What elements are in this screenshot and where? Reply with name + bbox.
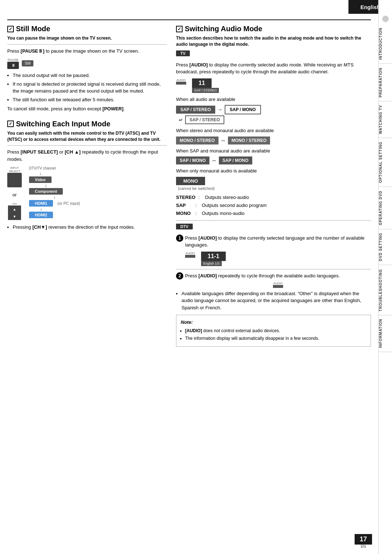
step1-audio-wrapper: AUDIO <box>185 252 195 258</box>
ch-down-button[interactable]: ▼ <box>8 213 21 220</box>
switching-input-checkbox-icon: ✓ <box>7 121 14 127</box>
step1-row: 1 Press [AUDIO] to display the currently… <box>176 235 371 249</box>
dtv-divider <box>176 220 371 221</box>
switching-input-divider <box>7 145 167 146</box>
mono-def: MONO : Outputs mono-audio <box>176 209 371 217</box>
stereo-label: STEREO <box>176 194 195 201</box>
arrow-to-hdmi1: ↓ <box>53 195 56 200</box>
video-box: Video <box>29 176 52 183</box>
ch-up-button[interactable]: ▲ <box>8 205 21 213</box>
step1-display-wrapper: 11-1 English 1/3 <box>201 252 226 266</box>
input-select-bold: [INPUT SELECT] <box>21 149 58 155</box>
sidebar-optional-setting: OPTIONAL SETTING <box>379 138 392 187</box>
audio-button-wrapper: AUDIO <box>176 78 186 85</box>
arrow-to-hdmi2: ↓ <box>40 207 42 212</box>
step1-display-sub: English 1/3 <box>201 261 222 266</box>
note-audio-bold: [AUDIO] <box>185 328 202 333</box>
flow-video: ↓ Video <box>29 171 52 183</box>
left-column: ✓ Still Mode You can pause the image sho… <box>7 25 167 347</box>
pc-note: (or PC input) <box>57 201 80 205</box>
sap-stereo-row: SAP / STEREO → SAP / MONO <box>176 105 371 114</box>
component-box: Component <box>29 188 63 195</box>
sap-mono-dark-btn2: SAP / MONO <box>219 156 252 164</box>
right-sidebar: INTRODUCTION PREPARATION WATCHING TV OPT… <box>378 0 392 554</box>
step2-audio-bold: [AUDIO] <box>199 273 217 278</box>
bullet-2: If no signal is detected or protected si… <box>13 81 167 95</box>
flow-component: ↓ Component <box>29 183 63 195</box>
sidebar-operating-dvd: OPERATING DVD <box>379 187 392 229</box>
arrow-lr-1: ↔ <box>221 138 226 143</box>
input-diagram: INPUTSELECT or CH ▲ ▼ DTV/TV channel <box>7 166 167 220</box>
sap-colon: : <box>195 201 199 209</box>
step2-bullets: Available languages differ depending on … <box>181 290 371 311</box>
sap-stereo-dark-btn: SAP / STEREO <box>176 106 215 114</box>
sap-def: SAP : Outputs second audio program <box>176 201 371 209</box>
ch-up-bold: [CH ▲] <box>65 149 81 155</box>
sidebar-circle <box>382 16 389 22</box>
sap-stereo-back-row: ↵ SAP / STEREO <box>179 115 371 124</box>
still-mode-buttons: PAUSE ⏸ Still <box>7 57 167 69</box>
still-mode-divider <box>7 44 167 45</box>
still-mode-section: ✓ Still Mode You can pause the image sho… <box>7 25 167 113</box>
page-en-label: EN <box>361 545 366 549</box>
note-item-2: The information display will automatical… <box>185 335 366 342</box>
sidebar-dvd-setting: DVD SETTING <box>379 229 392 265</box>
stereo-colon: : <box>198 194 202 201</box>
note-box: Note: [AUDIO] does not control external … <box>176 315 371 347</box>
mono-stereo-dark-btn2: MONO / STEREO <box>228 137 270 144</box>
sap-mono-row: SAP / MONO ↔ SAP / MONO <box>176 156 371 164</box>
still-label: Still <box>22 60 33 66</box>
note-list: [AUDIO] does not control external audio … <box>185 327 366 342</box>
when1-text: When all audio are available <box>176 96 371 103</box>
sidebar-information: INFORMATION <box>379 315 392 352</box>
main-content: ✓ Still Mode You can pause the image sho… <box>0 0 378 554</box>
input-select-button[interactable] <box>7 173 22 187</box>
sap-stereo-outline-btn: SAP / STEREO <box>185 115 224 124</box>
ch-btn-group: CH ▲ ▼ <box>8 202 21 220</box>
sidebar-watching-tv: WATCHING TV <box>379 101 392 138</box>
sap-mono-outline-btn: SAP / MONO <box>225 105 261 114</box>
hdmi1-box: HDMI1 <box>29 200 53 207</box>
step1-display-row: AUDIO 11-1 English 1/3 <box>185 252 371 266</box>
audio-definitions: STEREO : Outputs stereo-audio SAP : Outp… <box>176 194 371 217</box>
tv-badge-wrapper: TV <box>176 50 371 59</box>
still-mode-title-text: Still Mode <box>16 25 50 33</box>
sap-value: Outputs second audio program <box>202 201 267 209</box>
ch-down-bold: [CH▼] <box>32 224 47 230</box>
step2-text: Press [AUDIO] repeatedly to cycle throug… <box>185 272 371 280</box>
mono-stereo-row: MONO / STEREO ↔ MONO / STEREO <box>176 137 371 144</box>
switching-input-subtitle: You can easily switch with the remote co… <box>7 130 167 143</box>
audio-btn-label: AUDIO <box>176 78 185 82</box>
display-sub: SAP / STEREO <box>192 88 219 93</box>
step1-audio-bold: [AUDIO] <box>199 235 217 241</box>
when4-text: When only monaural audio is available <box>176 167 371 175</box>
flow-hdmi1: ↓ HDMI1 (or PC input) <box>29 195 80 206</box>
mono-value: Outputs mono-audio <box>202 209 245 217</box>
still-mode-checkbox-icon: ✓ <box>7 26 14 32</box>
step1-audio-button <box>185 255 195 258</box>
arrow-to-video: ↓ <box>39 171 41 176</box>
or-text: or <box>12 192 17 197</box>
dtv-badge-wrapper: DTV <box>176 224 371 232</box>
hdmi2-box: HDMI2 <box>29 212 53 218</box>
step2-audio-label: AUDIO <box>273 282 282 285</box>
switching-audio-subtitle: This section describes how to switch the… <box>176 35 371 48</box>
still-mode-pause-bold: [PAUSE⏸] <box>21 48 44 54</box>
still-mode-bullets: The sound output will not be paused. If … <box>13 72 167 103</box>
audio-bold-1: [AUDIO] <box>189 62 208 68</box>
switching-input-body1: Press [INPUT SELECT] or [CH ▲] repeatedl… <box>7 148 167 163</box>
page-number: 17 <box>355 534 372 545</box>
arrow-to-component: ↓ <box>45 183 47 188</box>
input-select-wrapper: INPUTSELECT <box>7 166 22 187</box>
step2-audio-inner: AUDIO <box>185 282 371 288</box>
note-title: Note: <box>181 319 366 326</box>
mono-only-btn: MONO <box>176 177 205 185</box>
bullet-3: The still function will be released afte… <box>13 96 167 103</box>
step2-row: 2 Press [AUDIO] repeatedly to cycle thro… <box>176 272 371 280</box>
step1-number: 1 <box>176 235 183 242</box>
mono-only-row: MONO <box>176 177 371 185</box>
step2-audio-wrapper: AUDIO <box>185 282 371 288</box>
switching-audio-title: ✓ Switching Audio Mode <box>176 25 371 33</box>
ch-down-bullet: Pressing [CH▼] reverses the direction of… <box>13 224 167 231</box>
step2-number: 2 <box>176 272 183 280</box>
